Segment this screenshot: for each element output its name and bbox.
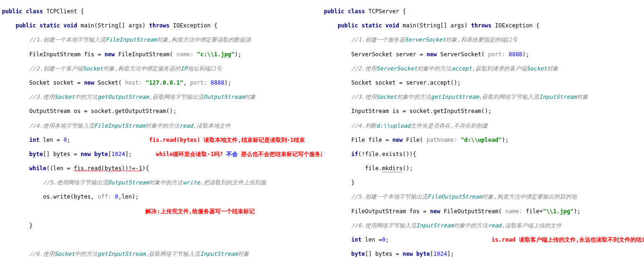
code: OutputStream os = socket.getOutputStream…: [29, 108, 177, 114]
right-code-pane: public class TCPServer { public static v…: [322, 0, 644, 261]
comment: //1.创建一个本地字节输入流FileInputStream对象,构造方法中绑定…: [29, 36, 251, 43]
left-code-pane: public class TCPClient { public static v…: [0, 0, 322, 261]
comment: //2.创建一个客户端Socket对象,构造方法中绑定服务器的IP地址和端口号: [29, 65, 222, 72]
class-name: TCPClient {: [46, 8, 84, 15]
comment: //6.使用网络字节输入流InputStream对象中的方法read,读取客户端…: [351, 222, 562, 229]
comment: //2.使用ServerSocket对象中的方法accept,获取到请求的客户端…: [351, 65, 559, 72]
kw: public class: [2, 8, 43, 15]
comment: //1.创建一个服务器ServerSocket对象,和系统要指定的端口号: [351, 36, 518, 43]
comment: //4.判断d:\\upload文件夹是否存在,不存在则创建: [351, 122, 488, 129]
comment: //5.使用网络字节输出流OutputStream对象中的方法write,把读取…: [43, 179, 266, 186]
annotation: is.read 读取客户端上传的文件,永远也读取不到文件的结束标记: [492, 236, 644, 243]
comment: //4.使用本地字节输入流FileInputStream对象中的方法read,读…: [29, 122, 231, 129]
annotation: 解决:上传完文件,给服务器写一个结束标记: [145, 208, 254, 215]
class-name: TCPServer {: [368, 8, 406, 15]
kw: throws: [149, 22, 170, 29]
comment: //3.使用Socket对象中的方法getInputStream,获取到网络字节…: [351, 94, 588, 100]
annotation: while循环里会读取-1吗? 不会 那么也不会把结束标记写个服务器: [156, 151, 322, 157]
main: main(String[] args): [80, 22, 145, 29]
comment: //3.使用Socket中的方法getOutputStream,获取网络字节输出…: [29, 94, 256, 100]
mkdirs-call: mkdirs: [382, 165, 402, 173]
comment: //5.创建一个本地字节输出流FileOutputStream对象,构造方法中绑…: [351, 193, 577, 200]
comment: //6.使用Socket中的方法getInputStream,获取网络字节输入流…: [29, 251, 249, 257]
code: Socket socket =: [29, 79, 84, 86]
kw: public class: [324, 8, 365, 15]
code: FileInputStream fis =: [29, 51, 105, 58]
underlined-code: fis.read(bytes))!=-1: [74, 165, 143, 172]
annotation: fis.read(bytes) 读取本地文件,结束标记是读取到-1结束: [149, 137, 305, 143]
kw: public static void: [16, 22, 77, 29]
ex: IOException {: [173, 22, 217, 29]
